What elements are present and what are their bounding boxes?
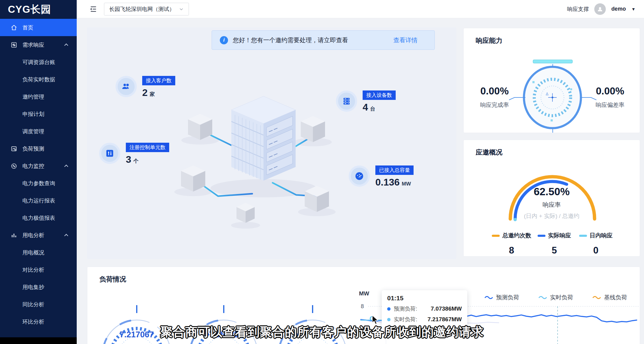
sidebar-item-power-run-report[interactable]: 电力运行报表 bbox=[0, 192, 77, 209]
stat-value: 2 bbox=[142, 87, 148, 98]
customers-icon bbox=[116, 76, 137, 97]
series-dot bbox=[387, 307, 391, 311]
menu-fold-icon[interactable] bbox=[89, 5, 97, 13]
video-subtitle: 聚合商可以查看到聚合的所有客户的设备所收到的邀约请求 bbox=[0, 324, 644, 340]
stat-control-units: 注册控制单元数 3个 bbox=[99, 143, 169, 165]
chevron-up-icon bbox=[64, 165, 68, 169]
sidebar-item-label: 用电分析 bbox=[22, 232, 44, 239]
sidebar-item-home[interactable]: 首页 bbox=[0, 19, 77, 36]
sidebar-item-label: 电力监控 bbox=[22, 162, 44, 170]
legend-forecast-load[interactable]: 预测负荷 bbox=[485, 294, 519, 301]
sidebar-item-yoy-analysis[interactable]: 同比分析 bbox=[0, 296, 77, 313]
mouse-cursor bbox=[371, 315, 380, 325]
legend-actual-response: 实际响应 5 bbox=[532, 232, 577, 256]
legend-dash bbox=[492, 235, 500, 237]
legend-dash bbox=[538, 235, 545, 237]
completion-rate-label: 响应完成率 bbox=[470, 101, 519, 109]
demand-response-icon bbox=[10, 41, 18, 49]
completion-rate-value: 0.00% bbox=[470, 85, 519, 97]
legend-value: 5 bbox=[532, 245, 577, 256]
response-rate-label: 响应率 bbox=[464, 201, 640, 209]
org-selector-dropdown[interactable]: 长园飞轮深圳电网（测试） bbox=[104, 3, 189, 15]
stat-customers: 接入客户数 2家 bbox=[116, 76, 175, 98]
tooltip-time: 01:15 bbox=[387, 295, 462, 302]
chart-tooltip: 01:15 预测负荷: 7.07386MW 实时负荷: 7.217867MW bbox=[382, 290, 467, 328]
legend-value: 8 bbox=[489, 245, 534, 256]
user-icon bbox=[597, 6, 603, 12]
card-title: 负荷情况 bbox=[99, 275, 126, 284]
user-menu-caret-icon[interactable]: ▼ bbox=[631, 7, 636, 12]
sidebar-nav: 首页 需求响应 可调资源台账 负荷实时数据 邀约管理 申报计划 调度管理 负荷预… bbox=[0, 19, 77, 330]
stat-value: 0.136 bbox=[375, 177, 400, 188]
notification-banner: i 您好！您有一个邀约需要处理，请立即查看 查看详情 bbox=[212, 30, 435, 50]
sidebar-item-meter-reading[interactable]: 用电集抄 bbox=[0, 278, 77, 296]
stat-devices: 接入设备数 4台 bbox=[336, 90, 396, 113]
sidebar-item-invitation-management[interactable]: 邀约管理 bbox=[0, 88, 77, 105]
info-icon: i bbox=[220, 36, 228, 44]
control-units-icon bbox=[99, 143, 120, 164]
sidebar-item-power-extreme-report[interactable]: 电力极值报表 bbox=[0, 209, 77, 226]
series-dot bbox=[387, 318, 391, 321]
stat-unit: 家 bbox=[150, 91, 155, 98]
response-rate-formula: (日内 + 实际) / 总邀约 bbox=[464, 212, 640, 220]
legend-value: 0 bbox=[573, 245, 619, 256]
sidebar-item-demand-response[interactable]: 需求响应 bbox=[0, 36, 77, 53]
wave-icon bbox=[538, 295, 547, 300]
sidebar-item-power-params[interactable]: 电力参数查询 bbox=[0, 175, 77, 192]
wave-icon bbox=[592, 295, 601, 300]
stat-label-badge: 已接入总容量 bbox=[375, 165, 414, 175]
sidebar-item-label: 负荷预测 bbox=[22, 145, 44, 152]
stat-unit: 个 bbox=[133, 158, 139, 165]
sidebar: CYG长园 首页 需求响应 可调资源台账 负荷实时数据 邀约管理 申报计划 调度… bbox=[0, 0, 77, 344]
sidebar-item-load-realtime-data[interactable]: 负荷实时数据 bbox=[0, 71, 77, 88]
stat-value: 4 bbox=[363, 102, 368, 113]
legend-dash bbox=[579, 235, 587, 237]
stat-label-badge: 接入客户数 bbox=[142, 76, 175, 85]
view-details-link[interactable]: 查看详情 bbox=[393, 36, 418, 44]
stat-unit: 台 bbox=[370, 105, 375, 112]
app-logo: CYG长园 bbox=[0, 0, 77, 19]
sidebar-item-declaration-plan[interactable]: 申报计划 bbox=[0, 105, 77, 123]
stat-capacity: 已接入总容量 0.136MW bbox=[349, 165, 414, 188]
topbar-right: 响应支撑 demo ▼ bbox=[567, 3, 636, 15]
sidebar-item-label: 需求响应 bbox=[22, 41, 44, 49]
stat-label-badge: 注册控制单元数 bbox=[126, 143, 169, 152]
sidebar-item-usage-overview[interactable]: 用电概况 bbox=[0, 244, 77, 261]
overview-hero-panel: i 您好！您有一个邀约需要处理，请立即查看 查看详情 接入客户数 2家 接入设备… bbox=[87, 27, 456, 259]
support-link[interactable]: 响应支撑 bbox=[567, 5, 589, 13]
avatar[interactable] bbox=[594, 3, 606, 15]
home-icon bbox=[10, 24, 18, 31]
card-title: 应邀概况 bbox=[476, 148, 502, 157]
response-rate-value: 62.50% bbox=[464, 186, 640, 198]
capacity-gauge-icon bbox=[349, 165, 370, 187]
sidebar-item-dispatch-management[interactable]: 调度管理 bbox=[0, 123, 77, 140]
stat-value: 3 bbox=[126, 154, 131, 165]
legend-realtime-load[interactable]: 实时负荷 bbox=[538, 294, 573, 301]
sidebar-item-usage-analysis[interactable]: 用电分析 bbox=[0, 226, 77, 244]
stat-unit: MW bbox=[402, 181, 411, 187]
deviation-rate-value: 0.00% bbox=[586, 85, 634, 97]
sidebar-item-adjustable-resources[interactable]: 可调资源台账 bbox=[0, 53, 77, 71]
chevron-up-icon bbox=[64, 234, 68, 238]
deviation-rate-stat: 0.00% 响应偏差率 bbox=[586, 85, 634, 109]
sidebar-item-label: 首页 bbox=[22, 24, 33, 31]
sidebar-item-load-forecast[interactable]: 负荷预测 bbox=[0, 140, 77, 157]
chevron-up-icon bbox=[64, 43, 68, 47]
usage-analysis-icon bbox=[10, 232, 18, 239]
legend-total-invitations: 总邀约次数 8 bbox=[489, 232, 534, 256]
tooltip-row: 预测负荷: 7.07386MW bbox=[387, 305, 462, 312]
load-forecast-icon bbox=[10, 145, 18, 152]
completion-rate-stat: 0.00% 响应完成率 bbox=[470, 85, 519, 109]
invitation-overview-card: 应邀概况 62.50% 响应率 (日内 + 实际) / 总邀约 总邀约次数 8 … bbox=[463, 140, 640, 257]
org-selector-value: 长园飞轮深圳电网（测试） bbox=[109, 5, 175, 13]
load-chart-legend: 预测负荷 实时负荷 基线负荷 bbox=[485, 294, 627, 301]
deviation-rate-label: 响应偏差率 bbox=[586, 101, 634, 109]
stat-label-badge: 接入设备数 bbox=[363, 90, 396, 100]
sidebar-item-power-monitor[interactable]: 电力监控 bbox=[0, 157, 77, 175]
sidebar-item-compare-analysis[interactable]: 对比分析 bbox=[0, 261, 77, 278]
banner-message: 您好！您有一个邀约需要处理，请立即查看 bbox=[233, 36, 348, 44]
legend-intraday-response: 日内响应 0 bbox=[573, 232, 619, 256]
legend-baseline-load[interactable]: 基线负荷 bbox=[592, 294, 627, 301]
chevron-down-icon bbox=[179, 7, 184, 12]
username[interactable]: demo bbox=[611, 6, 626, 12]
